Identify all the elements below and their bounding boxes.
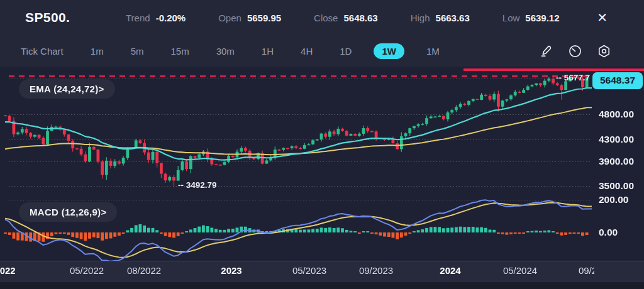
stat-value: 5639.12	[525, 13, 559, 23]
x-axis-label: 2022	[0, 265, 16, 276]
x-axis-label: 09/2024	[579, 265, 594, 276]
timeframe-1w[interactable]: 1W	[374, 43, 404, 59]
chart-canvas[interactable]	[0, 67, 644, 289]
x-axis-label: 2023	[221, 265, 242, 276]
y-axis-label: 4300.00	[599, 134, 634, 145]
stat-value: 5663.63	[436, 13, 470, 23]
x-axis-label: 05/2023	[292, 265, 326, 276]
stat-label: Close	[314, 13, 338, 23]
time-axis-labels: 202205/202208/2022202305/202309/20232024…	[0, 261, 594, 281]
timeframe-1h[interactable]: 1H	[257, 43, 279, 59]
y-axis-label: 200.00	[599, 194, 628, 205]
x-axis-label: 05/2024	[503, 265, 537, 276]
stat-value: -0.20%	[156, 13, 186, 23]
y-axis-label: 4800.00	[599, 109, 634, 120]
x-axis-label: 08/2022	[127, 265, 161, 276]
y-axis-label: 3900.00	[599, 156, 634, 167]
macd-indicator-label[interactable]: MACD (12,26,9)>	[19, 202, 117, 222]
timeframe-15m[interactable]: 15m	[165, 43, 194, 59]
chart-region: EMA (24,24,72)> MACD (12,26,9)> -- 5677.…	[0, 67, 644, 289]
settings-icon[interactable]	[597, 44, 611, 58]
stat-label: High	[411, 13, 430, 23]
ath-price-annotation: -- 5677.7	[556, 73, 590, 82]
stat-close: Close5648.63	[314, 13, 378, 23]
stat-label: Low	[502, 13, 520, 23]
timeframe-1m[interactable]: 1M	[421, 43, 445, 59]
header-stats: Trend-0.20%Open5659.95Close5648.63High56…	[126, 13, 560, 23]
close-icon[interactable]: ✕	[597, 11, 608, 24]
symbol-title: SP500.	[25, 10, 126, 25]
stat-open: Open5659.95	[218, 13, 281, 23]
trading-app-window: SP500. Trend-0.20%Open5659.95Close5648.6…	[0, 0, 644, 289]
timeframe-1d[interactable]: 1D	[335, 43, 357, 59]
low-price-annotation: -- 3492.79	[178, 180, 217, 190]
draw-icon[interactable]	[540, 44, 553, 58]
header: SP500. Trend-0.20%Open5659.95Close5648.6…	[0, 0, 644, 35]
timeframe-30m[interactable]: 30m	[211, 43, 240, 59]
timeframe-4h[interactable]: 4H	[296, 43, 318, 59]
x-axis-label: 09/2023	[359, 265, 393, 276]
stat-value: 5659.95	[247, 13, 281, 23]
x-axis-label: 2024	[440, 265, 460, 276]
y-axis-label: 3500.00	[599, 180, 634, 192]
stat-value: 5648.63	[343, 13, 377, 23]
last-price-badge: 5648.37	[592, 72, 643, 89]
stat-low: Low5639.12	[502, 13, 560, 23]
timeframe-tick-chart[interactable]: Tick Chart	[16, 43, 69, 59]
timeframe-1m[interactable]: 1m	[86, 43, 109, 59]
stat-high: High5663.63	[411, 13, 470, 23]
timeframe-toolbar: Tick Chart1m5m15m30m1H4H1D1W1M	[0, 35, 644, 67]
ema-indicator-label[interactable]: EMA (24,24,72)>	[19, 79, 115, 99]
timeframe-items: Tick Chart1m5m15m30m1H4H1D1W1M	[16, 43, 445, 59]
timer-icon[interactable]	[568, 44, 582, 58]
toolbar-icons	[540, 44, 611, 58]
stat-label: Open	[218, 13, 242, 23]
y-axis-label: 0.00	[599, 227, 618, 238]
stat-trend: Trend-0.20%	[126, 13, 186, 23]
x-axis-label: 05/2022	[70, 265, 104, 276]
stat-label: Trend	[126, 13, 150, 23]
timeframe-5m[interactable]: 5m	[126, 43, 149, 59]
